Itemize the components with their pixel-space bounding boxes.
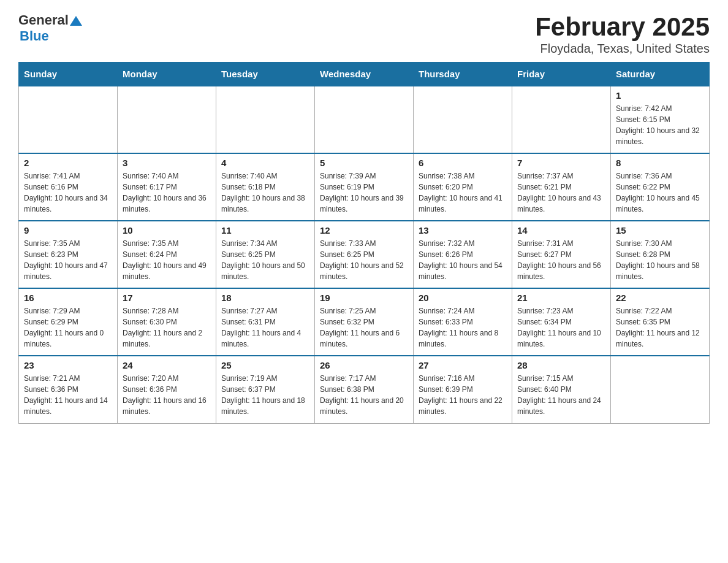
day-number: 25 xyxy=(221,360,309,370)
day-info: Sunrise: 7:19 AM Sunset: 6:37 PM Dayligh… xyxy=(221,373,309,417)
day-info: Sunrise: 7:21 AM Sunset: 6:36 PM Dayligh… xyxy=(24,373,112,417)
calendar-cell: 25Sunrise: 7:19 AM Sunset: 6:37 PM Dayli… xyxy=(216,356,315,423)
calendar-cell: 26Sunrise: 7:17 AM Sunset: 6:38 PM Dayli… xyxy=(315,356,414,423)
day-number: 6 xyxy=(419,158,507,168)
calendar-cell: 12Sunrise: 7:33 AM Sunset: 6:25 PM Dayli… xyxy=(315,221,414,288)
day-info: Sunrise: 7:28 AM Sunset: 6:30 PM Dayligh… xyxy=(123,305,211,350)
calendar-cell: 20Sunrise: 7:24 AM Sunset: 6:33 PM Dayli… xyxy=(414,288,512,356)
day-number: 2 xyxy=(24,158,112,168)
calendar-cell: 4Sunrise: 7:40 AM Sunset: 6:18 PM Daylig… xyxy=(216,153,315,221)
calendar-header-row: SundayMondayTuesdayWednesdayThursdayFrid… xyxy=(19,63,710,86)
day-number: 9 xyxy=(24,225,112,236)
calendar-week-row: 1Sunrise: 7:42 AM Sunset: 6:15 PM Daylig… xyxy=(19,86,710,153)
calendar-cell: 3Sunrise: 7:40 AM Sunset: 6:17 PM Daylig… xyxy=(118,153,216,221)
calendar-cell xyxy=(216,86,315,153)
day-number: 26 xyxy=(320,360,408,370)
calendar-header-tuesday: Tuesday xyxy=(216,63,315,86)
calendar-cell xyxy=(611,356,710,423)
svg-marker-0 xyxy=(70,16,82,26)
calendar-cell: 13Sunrise: 7:32 AM Sunset: 6:26 PM Dayli… xyxy=(414,221,512,288)
calendar-cell: 11Sunrise: 7:34 AM Sunset: 6:25 PM Dayli… xyxy=(216,221,315,288)
day-number: 24 xyxy=(123,360,211,370)
day-number: 22 xyxy=(616,293,704,303)
calendar-cell: 1Sunrise: 7:42 AM Sunset: 6:15 PM Daylig… xyxy=(611,86,710,153)
day-number: 13 xyxy=(419,225,507,236)
day-number: 20 xyxy=(419,293,507,303)
calendar-cell xyxy=(118,86,216,153)
day-info: Sunrise: 7:17 AM Sunset: 6:38 PM Dayligh… xyxy=(320,373,408,417)
calendar-cell: 21Sunrise: 7:23 AM Sunset: 6:34 PM Dayli… xyxy=(512,288,611,356)
calendar-cell: 23Sunrise: 7:21 AM Sunset: 6:36 PM Dayli… xyxy=(19,356,118,423)
calendar-header-thursday: Thursday xyxy=(414,63,512,86)
calendar-cell: 18Sunrise: 7:27 AM Sunset: 6:31 PM Dayli… xyxy=(216,288,315,356)
calendar-cell xyxy=(512,86,611,153)
day-number: 8 xyxy=(616,158,704,168)
day-number: 5 xyxy=(320,158,408,168)
calendar-week-row: 16Sunrise: 7:29 AM Sunset: 6:29 PM Dayli… xyxy=(19,288,710,356)
day-number: 23 xyxy=(24,360,112,370)
calendar-cell: 27Sunrise: 7:16 AM Sunset: 6:39 PM Dayli… xyxy=(414,356,512,423)
calendar-cell: 17Sunrise: 7:28 AM Sunset: 6:30 PM Dayli… xyxy=(118,288,216,356)
day-info: Sunrise: 7:41 AM Sunset: 6:16 PM Dayligh… xyxy=(24,170,112,215)
page-header: General Blue February 2025 Floydada, Tex… xyxy=(18,12,710,56)
day-number: 21 xyxy=(517,293,605,303)
day-number: 28 xyxy=(517,360,605,370)
day-number: 3 xyxy=(123,158,211,168)
day-info: Sunrise: 7:36 AM Sunset: 6:22 PM Dayligh… xyxy=(616,170,704,215)
day-info: Sunrise: 7:32 AM Sunset: 6:26 PM Dayligh… xyxy=(419,238,507,282)
day-info: Sunrise: 7:24 AM Sunset: 6:33 PM Dayligh… xyxy=(419,305,507,350)
logo: General Blue xyxy=(18,12,82,44)
day-info: Sunrise: 7:42 AM Sunset: 6:15 PM Dayligh… xyxy=(616,103,704,147)
calendar-cell xyxy=(414,86,512,153)
calendar-cell: 10Sunrise: 7:35 AM Sunset: 6:24 PM Dayli… xyxy=(118,221,216,288)
day-info: Sunrise: 7:30 AM Sunset: 6:28 PM Dayligh… xyxy=(616,238,704,282)
day-number: 4 xyxy=(221,158,309,168)
calendar-cell: 19Sunrise: 7:25 AM Sunset: 6:32 PM Dayli… xyxy=(315,288,414,356)
day-number: 11 xyxy=(221,225,309,236)
day-info: Sunrise: 7:35 AM Sunset: 6:23 PM Dayligh… xyxy=(24,238,112,282)
calendar-header-saturday: Saturday xyxy=(611,63,710,86)
calendar-header-monday: Monday xyxy=(118,63,216,86)
day-number: 17 xyxy=(123,293,211,303)
day-info: Sunrise: 7:31 AM Sunset: 6:27 PM Dayligh… xyxy=(517,238,605,282)
day-info: Sunrise: 7:23 AM Sunset: 6:34 PM Dayligh… xyxy=(517,305,605,350)
calendar-cell: 5Sunrise: 7:39 AM Sunset: 6:19 PM Daylig… xyxy=(315,153,414,221)
day-info: Sunrise: 7:38 AM Sunset: 6:20 PM Dayligh… xyxy=(419,170,507,215)
calendar-cell: 6Sunrise: 7:38 AM Sunset: 6:20 PM Daylig… xyxy=(414,153,512,221)
day-info: Sunrise: 7:16 AM Sunset: 6:39 PM Dayligh… xyxy=(419,373,507,417)
day-info: Sunrise: 7:25 AM Sunset: 6:32 PM Dayligh… xyxy=(320,305,408,350)
calendar-cell xyxy=(315,86,414,153)
calendar-cell: 8Sunrise: 7:36 AM Sunset: 6:22 PM Daylig… xyxy=(611,153,710,221)
day-info: Sunrise: 7:37 AM Sunset: 6:21 PM Dayligh… xyxy=(517,170,605,215)
title-section: February 2025 Floydada, Texas, United St… xyxy=(535,12,710,56)
calendar-header-sunday: Sunday xyxy=(19,63,118,86)
calendar-cell: 28Sunrise: 7:15 AM Sunset: 6:40 PM Dayli… xyxy=(512,356,611,423)
calendar-cell: 9Sunrise: 7:35 AM Sunset: 6:23 PM Daylig… xyxy=(19,221,118,288)
calendar-cell xyxy=(19,86,118,153)
day-number: 14 xyxy=(517,225,605,236)
calendar-cell: 16Sunrise: 7:29 AM Sunset: 6:29 PM Dayli… xyxy=(19,288,118,356)
calendar-cell: 24Sunrise: 7:20 AM Sunset: 6:36 PM Dayli… xyxy=(118,356,216,423)
day-info: Sunrise: 7:34 AM Sunset: 6:25 PM Dayligh… xyxy=(221,238,309,282)
logo-triangle-icon xyxy=(70,15,82,27)
day-number: 7 xyxy=(517,158,605,168)
calendar-cell: 7Sunrise: 7:37 AM Sunset: 6:21 PM Daylig… xyxy=(512,153,611,221)
day-info: Sunrise: 7:39 AM Sunset: 6:19 PM Dayligh… xyxy=(320,170,408,215)
calendar-cell: 22Sunrise: 7:22 AM Sunset: 6:35 PM Dayli… xyxy=(611,288,710,356)
day-info: Sunrise: 7:35 AM Sunset: 6:24 PM Dayligh… xyxy=(123,238,211,282)
day-info: Sunrise: 7:20 AM Sunset: 6:36 PM Dayligh… xyxy=(123,373,211,417)
calendar-cell: 15Sunrise: 7:30 AM Sunset: 6:28 PM Dayli… xyxy=(611,221,710,288)
day-info: Sunrise: 7:40 AM Sunset: 6:18 PM Dayligh… xyxy=(221,170,309,215)
day-number: 19 xyxy=(320,293,408,303)
day-info: Sunrise: 7:27 AM Sunset: 6:31 PM Dayligh… xyxy=(221,305,309,350)
day-number: 10 xyxy=(123,225,211,236)
calendar-week-row: 9Sunrise: 7:35 AM Sunset: 6:23 PM Daylig… xyxy=(19,221,710,288)
calendar-week-row: 23Sunrise: 7:21 AM Sunset: 6:36 PM Dayli… xyxy=(19,356,710,423)
day-info: Sunrise: 7:15 AM Sunset: 6:40 PM Dayligh… xyxy=(517,373,605,417)
day-number: 1 xyxy=(616,90,704,101)
calendar-cell: 14Sunrise: 7:31 AM Sunset: 6:27 PM Dayli… xyxy=(512,221,611,288)
day-number: 16 xyxy=(24,293,112,303)
day-info: Sunrise: 7:29 AM Sunset: 6:29 PM Dayligh… xyxy=(24,305,112,350)
calendar-header-wednesday: Wednesday xyxy=(315,63,414,86)
day-info: Sunrise: 7:22 AM Sunset: 6:35 PM Dayligh… xyxy=(616,305,704,350)
